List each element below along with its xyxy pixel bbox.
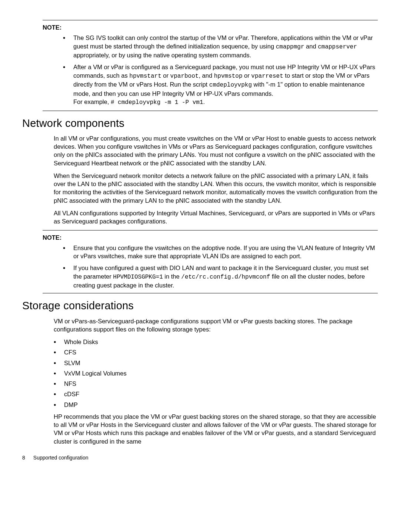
- note1-rule-top: [43, 20, 378, 20]
- note2-list: Ensure that you configure the vswitches …: [63, 244, 378, 290]
- page-footer: 8 Supported configuration: [22, 454, 378, 461]
- storage-type-item: CFS: [54, 348, 378, 356]
- storage-type-item: Whole Disks: [54, 338, 378, 346]
- storage-type-list: Whole Disks CFS SLVM VxVM Logical Volume…: [54, 338, 378, 409]
- section2-p1: VM or vPars-as-Serviceguard-package conf…: [54, 317, 378, 334]
- storage-type-item: DMP: [54, 401, 378, 409]
- note1-list: The SG IVS toolkit can only control the …: [63, 34, 378, 107]
- note2-rule-bottom: [43, 293, 378, 293]
- section-heading-network: Network components: [22, 116, 378, 131]
- section1-p1: In all VM or vPar configurations, you mu…: [54, 134, 378, 167]
- note1-item: After a VM or vPar is configured as a Se…: [63, 63, 378, 107]
- footer-section-title: Supported configuration: [33, 454, 89, 461]
- section1-p3: All VLAN configurations supported by Int…: [54, 209, 378, 226]
- storage-type-item: VxVM Logical Volumes: [54, 369, 378, 377]
- note2-label: NOTE:: [43, 233, 378, 242]
- note2-item: If you have configured a guest with DIO …: [63, 264, 378, 289]
- note1-item: The SG IVS toolkit can only control the …: [63, 34, 378, 59]
- storage-type-item: NFS: [54, 380, 378, 388]
- section2-p2: HP recommends that you place the VM or v…: [54, 413, 378, 445]
- storage-type-item: cDSF: [54, 390, 378, 398]
- section-heading-storage: Storage considerations: [22, 299, 378, 313]
- storage-type-item: SLVM: [54, 359, 378, 367]
- page-number: 8: [22, 454, 25, 461]
- note2-item: Ensure that you configure the vswitches …: [63, 244, 378, 260]
- note1-label: NOTE:: [43, 23, 378, 31]
- note2-rule-top: [43, 230, 378, 230]
- note1-rule-bottom: [43, 111, 378, 111]
- section1-p2: When the Serviceguard network monitor de…: [54, 172, 378, 205]
